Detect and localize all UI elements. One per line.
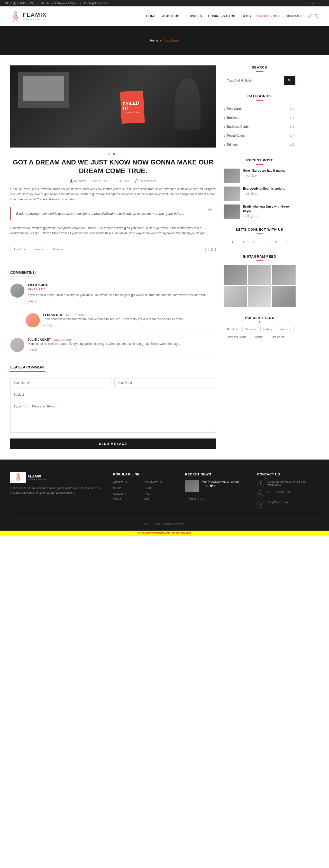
comment-subject-input[interactable] [10, 390, 216, 399]
footer-copyright: © 2016 Flamix. All Rights Reserved. [144, 523, 185, 525]
youtube-icon[interactable]: y [308, 2, 310, 5]
tag-post-cards[interactable]: Post Cards [268, 334, 287, 340]
leave-comment-title: LEAVE A COMMENT [10, 365, 45, 372]
tag-brocher[interactable]: Brocher [251, 334, 266, 340]
share-tumblr[interactable]: t [215, 247, 216, 251]
leave-comment-section: LEAVE A COMMENT SEND MESAGE [10, 365, 216, 449]
footer-link-contact[interactable]: CONTACT US [144, 480, 175, 485]
comment-item: JULIE JACKEY DEC 24, 2016 Didn't need no… [10, 333, 216, 358]
pinterest-icon[interactable]: p [322, 2, 324, 5]
instagram-item[interactable] [224, 265, 247, 285]
comment-email-input[interactable] [114, 378, 216, 388]
social-connect-links: f t in t v p [224, 238, 296, 246]
footer-link-gallery[interactable]: GALLERY [113, 491, 143, 496]
category-item-postalcards[interactable]: ▶ Postal Cards (14) [224, 131, 296, 141]
nav-home[interactable]: HOME [144, 13, 159, 20]
view-blog-button[interactable]: VIEW BLOG [185, 496, 210, 502]
post-tag-services[interactable]: Services [30, 246, 48, 252]
nav-blog[interactable]: BLOG [239, 13, 254, 20]
footer-link-team[interactable]: TEAM [113, 497, 143, 502]
footer-link-about[interactable]: ABOUT US [113, 480, 143, 485]
instagram-item[interactable] [248, 286, 271, 307]
connect-tumblr-icon[interactable]: t [261, 238, 269, 246]
news-likes: ♡ 45 [202, 485, 208, 487]
connect-facebook-icon[interactable]: f [229, 238, 237, 246]
footer-link-faq[interactable]: FAQ [144, 491, 175, 496]
search-nav-icon[interactable]: 🔍 [314, 14, 319, 18]
reply-button[interactable]: ↩ Reply [28, 300, 216, 303]
recent-post-item: Guys like us we had it made. ♡ 45 💬 34 [224, 168, 296, 183]
comment-body: ADAM SMITH MAY 27, 2016 If you threw a p… [28, 283, 216, 303]
comment-avatar [10, 338, 24, 352]
post-tags: About us Services Gallery [10, 246, 65, 252]
instagram-item[interactable] [272, 265, 296, 285]
share-linkedin[interactable]: in [211, 247, 213, 251]
tumblr-icon[interactable]: t [316, 2, 317, 5]
tag-about-us[interactable]: About Us [224, 326, 241, 332]
recent-post-title[interactable]: Brady who was busy with three boys. [243, 205, 296, 213]
post-body-2: Sometimes you want to go where everybody… [10, 225, 216, 236]
recent-post-title[interactable]: Everybody pulled his weight. [243, 187, 296, 191]
comment-name-input[interactable] [10, 378, 112, 388]
tag-business-cards[interactable]: Business Cards [224, 334, 249, 340]
reply-button[interactable]: ↩ Reply [28, 348, 216, 351]
share-facebook[interactable]: f [205, 247, 205, 251]
nav-services[interactable]: SERVICES [183, 13, 204, 20]
nav-single-post[interactable]: SINGLE POST [255, 13, 282, 20]
svg-point-1 [13, 11, 17, 15]
instagram-item[interactable] [224, 286, 247, 307]
recent-post-image [224, 205, 240, 219]
footer-link-blog[interactable]: BLOG [144, 486, 175, 490]
comments-section: COMMENTS(3) ADAM SMITH MAY 27, 2016 If y… [10, 271, 216, 357]
footer-phone: (+11) 123 456 789 [267, 490, 290, 493]
facebook-icon[interactable]: f [303, 2, 303, 5]
vimeo-icon[interactable]: v [319, 2, 320, 5]
sidebar-instagram-title: INSTAGRAM FEED [224, 254, 296, 258]
nav-about[interactable]: ABOUT US [160, 13, 182, 20]
tag-products[interactable]: Products [277, 326, 293, 332]
cart-icon[interactable]: 🛒 [307, 14, 312, 18]
footer-phone-item: 📞 (+11) 123 456 789 [257, 490, 319, 497]
category-item-printers[interactable]: ▶ Printers (15) [224, 141, 296, 149]
reply-button[interactable]: ↩ Reply [43, 324, 216, 327]
connect-linkedin-icon[interactable]: in [250, 238, 258, 246]
post-quote: Explore strange new worlds to seek out n… [10, 207, 216, 220]
sidebar-divider [256, 71, 264, 72]
instagram-item[interactable] [272, 286, 296, 307]
connect-vimeo-icon[interactable]: v [272, 238, 280, 246]
twitter-icon[interactable]: t [305, 2, 306, 5]
category-item-postcards[interactable]: ▶ Post Cards (12) [224, 104, 296, 114]
instagram-item[interactable] [248, 265, 271, 285]
recent-post-title[interactable]: Guys like us we had it made. [243, 168, 296, 173]
breadcrumb-current: Post Single [163, 39, 179, 42]
category-item-businesscards[interactable]: ▶ Business Cards (13) [224, 122, 296, 131]
share-twitter[interactable]: t [208, 247, 209, 251]
sidebar-tags-section: POPULAR TAGS About Us Services Gallery P… [224, 316, 296, 340]
footer-link-404[interactable]: 404 [144, 497, 175, 502]
nav-business-card[interactable]: BUSINESS CARD [205, 13, 238, 20]
comment-message-input[interactable] [10, 402, 216, 433]
recent-post-image [224, 168, 240, 183]
breadcrumb-home[interactable]: Home [150, 39, 158, 42]
search-input[interactable] [224, 76, 284, 85]
post-tag-gallery[interactable]: Gallery [50, 246, 65, 252]
search-button[interactable]: 🔍 [284, 76, 295, 85]
submit-comment-button[interactable]: SEND MESAGE [10, 438, 216, 449]
connect-twitter-icon[interactable]: t [240, 238, 247, 246]
nav-contact[interactable]: CONTACT [283, 13, 304, 20]
comment-item-nested: ELIANA DOE OCT 07, 2016 Their house is a… [26, 308, 216, 333]
tag-services[interactable]: Services [242, 326, 259, 332]
post-tag-about[interactable]: About us [10, 246, 28, 252]
footer-links-col: POPULAR LINK ABOUT US CONTACT US SERVICE… [113, 472, 175, 511]
comment-avatar [26, 313, 40, 328]
footer-news-meta: ♡ 45 💬 34 [202, 485, 247, 487]
linkedin-icon[interactable]: in [312, 2, 314, 5]
connect-pinterest-icon[interactable]: p [283, 238, 291, 246]
brand-tagline: Business Services [23, 18, 47, 21]
quote-mark-icon: " [208, 208, 212, 218]
footer-link-services[interactable]: SERVICES [113, 486, 143, 490]
category-item-brochers[interactable]: ▶ Brochers (12) [224, 114, 296, 122]
comment-date: MAY 27, 2016 [28, 288, 216, 291]
tag-gallery[interactable]: Gallery [261, 326, 275, 332]
post-image: FAILED IT! how to turn your [10, 65, 216, 148]
